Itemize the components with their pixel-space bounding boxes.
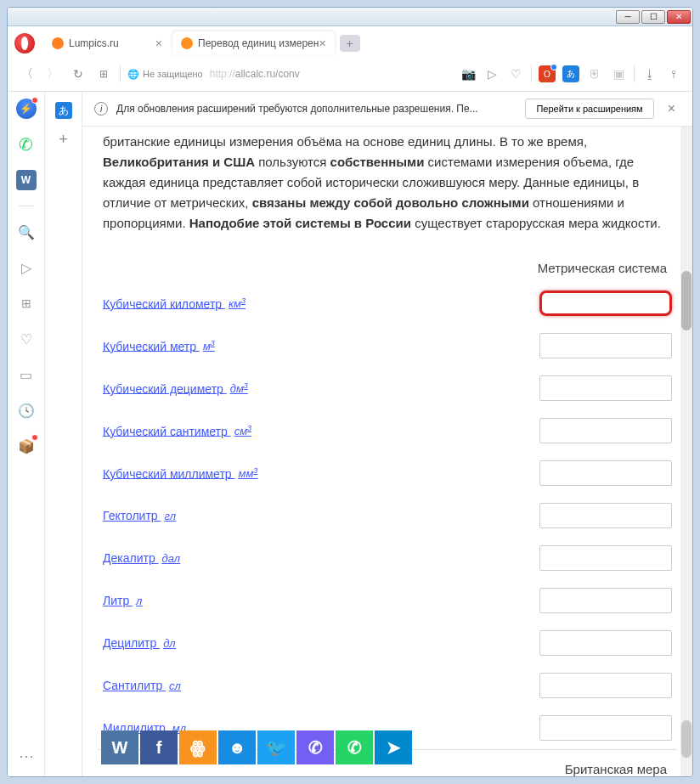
easy-setup-icon[interactable]: ⫯ xyxy=(665,65,682,82)
vk-icon[interactable]: W xyxy=(16,170,37,190)
separator xyxy=(120,65,121,82)
news-icon[interactable]: ▭ xyxy=(16,364,37,385)
bookmarks-icon[interactable]: ♡ xyxy=(16,329,37,349)
opera-menu-icon[interactable] xyxy=(14,33,35,54)
maximize-button[interactable]: ☐ xyxy=(641,10,665,24)
security-label: Не защищено xyxy=(143,69,203,79)
unit-link[interactable]: Децилитр дл xyxy=(103,636,176,650)
unit-row: Декалитр дал xyxy=(98,537,677,579)
unit-row: Сантилитр сл xyxy=(98,664,677,707)
toolbar: 〈 〉 ↻ ⊞ 🌐 Не защищено http://allcalc.ru/… xyxy=(8,57,692,91)
share-vk-button[interactable]: W xyxy=(101,730,138,764)
unit-link[interactable]: Гектолитр гл xyxy=(103,509,176,522)
unit-input[interactable] xyxy=(539,588,672,613)
extension-opera-icon[interactable]: O xyxy=(539,65,556,82)
unit-list: Кубический километр км3Кубический метр м… xyxy=(98,282,677,749)
send-icon[interactable]: ▷ xyxy=(483,65,500,82)
search-icon[interactable]: 🔍 xyxy=(16,222,37,242)
share-whatsapp-button[interactable]: ✆ xyxy=(336,730,373,764)
page-content: британские единицы измерения объёма на о… xyxy=(82,127,692,776)
close-notice-button[interactable]: × xyxy=(663,101,680,116)
vtab-translate[interactable]: あ xyxy=(55,102,72,119)
vertical-tab-strip: あ + xyxy=(45,92,82,776)
tab-allcalc[interactable]: Перевод единиц измерен × xyxy=(172,31,335,55)
share-viber-button[interactable]: ✆ xyxy=(296,730,334,764)
address-bar[interactable]: http://allcalc.ru/conv xyxy=(210,68,453,80)
reload-button[interactable]: ↻ xyxy=(69,65,88,83)
close-window-button[interactable]: ✕ xyxy=(667,10,691,24)
back-button[interactable]: 〈 xyxy=(18,65,37,83)
unit-row: Кубический метр м3 xyxy=(98,324,677,367)
shield-icon[interactable]: ⛨ xyxy=(586,65,603,82)
unit-link[interactable]: Кубический сантиметр см3 xyxy=(103,424,251,438)
history-icon[interactable]: 🕓 xyxy=(16,400,37,420)
tab-lumpics[interactable]: Lumpics.ru × xyxy=(43,31,171,55)
go-to-extensions-button[interactable]: Перейти к расширениям xyxy=(525,99,653,119)
unit-input[interactable] xyxy=(539,715,672,741)
speed-dial-icon[interactable]: ⊞ xyxy=(16,293,37,313)
tab-title: Перевод единиц измерен xyxy=(198,37,319,49)
unit-input[interactable] xyxy=(539,545,672,571)
social-share-bar: Wfꙮ☻🐦✆✆➤ xyxy=(101,730,412,764)
more-icon[interactable]: ⋯ xyxy=(16,746,37,766)
separator xyxy=(531,65,532,82)
new-tab-button[interactable]: + xyxy=(340,35,360,52)
share-moi-mir-button[interactable]: ☻ xyxy=(218,730,256,764)
scrollbar-track[interactable] xyxy=(680,127,692,776)
heart-icon[interactable]: ♡ xyxy=(507,65,524,82)
tab-strip: Lumpics.ru × Перевод единиц измерен × + xyxy=(8,26,692,57)
unit-input[interactable] xyxy=(539,290,672,316)
speed-dial-button[interactable]: ⊞ xyxy=(94,65,113,83)
whatsapp-icon[interactable]: ✆ xyxy=(16,134,37,155)
extension-notice-text: Для обновления расширений требуются допо… xyxy=(116,103,478,115)
messenger-icon[interactable]: ⚡ xyxy=(16,99,37,119)
camera-icon[interactable]: 📷 xyxy=(460,65,477,82)
extension-notice-bar: i Для обновления расширений требуются до… xyxy=(82,92,692,127)
intro-paragraph: британские единицы измерения объёма на о… xyxy=(98,127,677,244)
snapshot-icon[interactable]: ▣ xyxy=(610,65,627,82)
extension-translate-icon[interactable]: あ xyxy=(562,65,579,82)
unit-row: Кубический километр км3 xyxy=(98,282,677,324)
unit-link[interactable]: Декалитр дал xyxy=(103,551,180,565)
unit-input[interactable] xyxy=(539,460,672,486)
unit-input[interactable] xyxy=(539,375,672,401)
unit-input[interactable] xyxy=(539,630,672,656)
unit-input[interactable] xyxy=(539,673,672,698)
unit-link[interactable]: Кубический километр км3 xyxy=(103,296,246,311)
unit-link[interactable]: Кубический миллиметр мм3 xyxy=(103,466,257,481)
unit-link[interactable]: Кубический дециметр дм3 xyxy=(103,381,248,396)
extensions-icon[interactable]: 📦 xyxy=(16,436,37,456)
share-facebook-button[interactable]: f xyxy=(140,730,178,764)
personal-news-icon[interactable]: ▷ xyxy=(16,257,37,278)
window-titlebar: ─ ☐ ✕ xyxy=(8,8,692,26)
section-header-metric: Метрическая система xyxy=(98,254,677,282)
info-icon: i xyxy=(94,102,108,116)
unit-input[interactable] xyxy=(539,418,672,443)
unit-input[interactable] xyxy=(539,503,672,528)
close-tab-button[interactable]: × xyxy=(319,37,325,50)
forward-button[interactable]: 〉 xyxy=(43,65,62,83)
unit-row: Децилитр дл xyxy=(98,622,677,664)
unit-row: Литр л xyxy=(98,579,677,622)
sidebar: ⚡ ✆ W 🔍 ▷ ⊞ ♡ ▭ 🕓 📦 ⋯ xyxy=(8,92,45,776)
vtab-add[interactable]: + xyxy=(55,131,72,148)
unit-link[interactable]: Сантилитр сл xyxy=(103,679,181,692)
scrollbar-thumb[interactable] xyxy=(681,720,692,758)
scrollbar-thumb[interactable] xyxy=(681,271,692,330)
download-icon[interactable]: ⭳ xyxy=(641,65,658,82)
separator xyxy=(634,65,635,82)
unit-row: Кубический дециметр дм3 xyxy=(98,367,677,409)
share-ok-button[interactable]: ꙮ xyxy=(179,730,217,764)
share-telegram-button[interactable]: ➤ xyxy=(375,730,412,764)
unit-input[interactable] xyxy=(539,333,672,358)
unit-link[interactable]: Литр л xyxy=(103,594,142,607)
unit-link[interactable]: Кубический метр м3 xyxy=(103,339,215,353)
minimize-button[interactable]: ─ xyxy=(616,10,640,24)
tab-title: Lumpics.ru xyxy=(69,37,119,49)
unit-row: Кубический сантиметр см3 xyxy=(98,409,677,452)
security-indicator[interactable]: 🌐 Не защищено xyxy=(127,69,203,80)
tab-favicon-icon xyxy=(181,37,193,49)
unit-row: Гектолитр гл xyxy=(98,494,677,537)
close-tab-button[interactable]: × xyxy=(155,37,162,50)
share-twitter-button[interactable]: 🐦 xyxy=(257,730,295,764)
